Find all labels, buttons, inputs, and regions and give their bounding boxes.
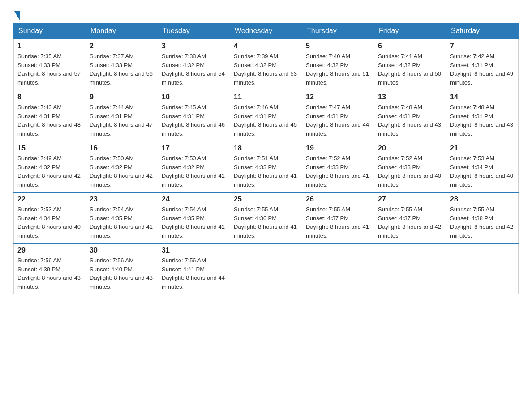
logo	[13, 11, 21, 18]
calendar-day-cell	[374, 243, 446, 294]
day-info: Sunrise: 7:46 AM Sunset: 4:31 PM Dayligh…	[234, 103, 298, 138]
day-number: 14	[450, 93, 515, 101]
logo-triangle-icon	[14, 11, 20, 20]
day-info: Sunrise: 7:55 AM Sunset: 4:37 PM Dayligh…	[306, 205, 370, 240]
day-number: 1	[17, 42, 82, 50]
day-number: 26	[306, 195, 370, 203]
calendar-week-row: 15 Sunrise: 7:49 AM Sunset: 4:32 PM Dayl…	[14, 141, 519, 192]
day-number: 11	[234, 93, 298, 101]
calendar-day-cell: 15 Sunrise: 7:49 AM Sunset: 4:32 PM Dayl…	[14, 141, 86, 192]
calendar-day-cell	[230, 243, 302, 294]
day-info: Sunrise: 7:55 AM Sunset: 4:38 PM Dayligh…	[450, 205, 515, 240]
day-info: Sunrise: 7:50 AM Sunset: 4:32 PM Dayligh…	[162, 154, 226, 189]
day-number: 28	[450, 195, 515, 203]
calendar-table: SundayMondayTuesdayWednesdayThursdayFrid…	[13, 23, 519, 294]
day-info: Sunrise: 7:39 AM Sunset: 4:32 PM Dayligh…	[234, 52, 298, 87]
calendar-day-cell: 28 Sunrise: 7:55 AM Sunset: 4:38 PM Dayl…	[446, 192, 519, 243]
calendar-day-cell: 18 Sunrise: 7:51 AM Sunset: 4:33 PM Dayl…	[230, 141, 302, 192]
day-info: Sunrise: 7:53 AM Sunset: 4:34 PM Dayligh…	[17, 205, 82, 240]
day-number: 21	[450, 144, 515, 152]
calendar-week-row: 29 Sunrise: 7:56 AM Sunset: 4:39 PM Dayl…	[14, 243, 519, 294]
calendar-day-cell: 29 Sunrise: 7:56 AM Sunset: 4:39 PM Dayl…	[14, 243, 86, 294]
day-info: Sunrise: 7:42 AM Sunset: 4:31 PM Dayligh…	[450, 52, 515, 87]
calendar-day-cell: 2 Sunrise: 7:37 AM Sunset: 4:33 PM Dayli…	[86, 39, 158, 90]
day-of-week-header: Thursday	[302, 23, 374, 39]
day-number: 30	[90, 246, 154, 254]
calendar-day-cell: 20 Sunrise: 7:52 AM Sunset: 4:33 PM Dayl…	[374, 141, 446, 192]
calendar-day-cell: 25 Sunrise: 7:55 AM Sunset: 4:36 PM Dayl…	[230, 192, 302, 243]
day-number: 16	[90, 144, 154, 152]
day-number: 27	[378, 195, 442, 203]
calendar-day-cell	[302, 243, 374, 294]
day-info: Sunrise: 7:37 AM Sunset: 4:33 PM Dayligh…	[90, 52, 154, 87]
day-info: Sunrise: 7:56 AM Sunset: 4:41 PM Dayligh…	[162, 256, 226, 291]
day-number: 2	[90, 42, 154, 50]
day-info: Sunrise: 7:49 AM Sunset: 4:32 PM Dayligh…	[17, 154, 82, 189]
day-info: Sunrise: 7:47 AM Sunset: 4:31 PM Dayligh…	[306, 103, 370, 138]
day-number: 22	[17, 195, 82, 203]
day-info: Sunrise: 7:56 AM Sunset: 4:39 PM Dayligh…	[17, 256, 82, 291]
day-info: Sunrise: 7:48 AM Sunset: 4:31 PM Dayligh…	[378, 103, 442, 138]
day-number: 19	[306, 144, 370, 152]
day-number: 17	[162, 144, 226, 152]
day-number: 8	[17, 93, 82, 101]
calendar-day-cell: 26 Sunrise: 7:55 AM Sunset: 4:37 PM Dayl…	[302, 192, 374, 243]
day-of-week-header: Tuesday	[158, 23, 230, 39]
calendar-week-row: 1 Sunrise: 7:35 AM Sunset: 4:33 PM Dayli…	[14, 39, 519, 90]
calendar-day-cell: 6 Sunrise: 7:41 AM Sunset: 4:32 PM Dayli…	[374, 39, 446, 90]
day-info: Sunrise: 7:55 AM Sunset: 4:36 PM Dayligh…	[234, 205, 298, 240]
day-number: 15	[17, 144, 82, 152]
day-info: Sunrise: 7:52 AM Sunset: 4:33 PM Dayligh…	[378, 154, 442, 189]
day-number: 31	[162, 246, 226, 254]
day-info: Sunrise: 7:38 AM Sunset: 4:32 PM Dayligh…	[162, 52, 226, 87]
day-info: Sunrise: 7:48 AM Sunset: 4:31 PM Dayligh…	[450, 103, 515, 138]
day-info: Sunrise: 7:35 AM Sunset: 4:33 PM Dayligh…	[17, 52, 82, 87]
day-number: 13	[378, 93, 442, 101]
calendar-day-cell: 1 Sunrise: 7:35 AM Sunset: 4:33 PM Dayli…	[14, 39, 86, 90]
day-of-week-header: Sunday	[14, 23, 86, 39]
calendar-week-row: 8 Sunrise: 7:43 AM Sunset: 4:31 PM Dayli…	[14, 90, 519, 141]
calendar-day-cell: 16 Sunrise: 7:50 AM Sunset: 4:32 PM Dayl…	[86, 141, 158, 192]
day-number: 23	[90, 195, 154, 203]
day-number: 18	[234, 144, 298, 152]
calendar-day-cell: 27 Sunrise: 7:55 AM Sunset: 4:37 PM Dayl…	[374, 192, 446, 243]
day-of-week-header: Wednesday	[230, 23, 302, 39]
page-header	[13, 9, 519, 18]
day-info: Sunrise: 7:55 AM Sunset: 4:37 PM Dayligh…	[378, 205, 442, 240]
day-number: 12	[306, 93, 370, 101]
calendar-day-cell: 23 Sunrise: 7:54 AM Sunset: 4:35 PM Dayl…	[86, 192, 158, 243]
calendar-day-cell: 30 Sunrise: 7:56 AM Sunset: 4:40 PM Dayl…	[86, 243, 158, 294]
day-of-week-header: Saturday	[446, 23, 519, 39]
calendar-day-cell: 10 Sunrise: 7:45 AM Sunset: 4:31 PM Dayl…	[158, 90, 230, 141]
calendar-day-cell: 12 Sunrise: 7:47 AM Sunset: 4:31 PM Dayl…	[302, 90, 374, 141]
day-number: 5	[306, 42, 370, 50]
day-number: 3	[162, 42, 226, 50]
calendar-day-cell	[446, 243, 519, 294]
calendar-day-cell: 22 Sunrise: 7:53 AM Sunset: 4:34 PM Dayl…	[14, 192, 86, 243]
calendar-day-cell: 7 Sunrise: 7:42 AM Sunset: 4:31 PM Dayli…	[446, 39, 519, 90]
day-info: Sunrise: 7:56 AM Sunset: 4:40 PM Dayligh…	[90, 256, 154, 291]
calendar-header-row: SundayMondayTuesdayWednesdayThursdayFrid…	[14, 23, 519, 39]
day-info: Sunrise: 7:51 AM Sunset: 4:33 PM Dayligh…	[234, 154, 298, 189]
calendar-week-row: 22 Sunrise: 7:53 AM Sunset: 4:34 PM Dayl…	[14, 192, 519, 243]
calendar-day-cell: 8 Sunrise: 7:43 AM Sunset: 4:31 PM Dayli…	[14, 90, 86, 141]
day-number: 29	[17, 246, 82, 254]
day-info: Sunrise: 7:44 AM Sunset: 4:31 PM Dayligh…	[90, 103, 154, 138]
calendar-day-cell: 9 Sunrise: 7:44 AM Sunset: 4:31 PM Dayli…	[86, 90, 158, 141]
day-number: 9	[90, 93, 154, 101]
day-number: 4	[234, 42, 298, 50]
calendar-day-cell: 19 Sunrise: 7:52 AM Sunset: 4:33 PM Dayl…	[302, 141, 374, 192]
day-number: 20	[378, 144, 442, 152]
day-info: Sunrise: 7:40 AM Sunset: 4:32 PM Dayligh…	[306, 52, 370, 87]
day-info: Sunrise: 7:50 AM Sunset: 4:32 PM Dayligh…	[90, 154, 154, 189]
day-info: Sunrise: 7:52 AM Sunset: 4:33 PM Dayligh…	[306, 154, 370, 189]
day-info: Sunrise: 7:54 AM Sunset: 4:35 PM Dayligh…	[90, 205, 154, 240]
day-number: 10	[162, 93, 226, 101]
day-info: Sunrise: 7:45 AM Sunset: 4:31 PM Dayligh…	[162, 103, 226, 138]
day-of-week-header: Friday	[374, 23, 446, 39]
day-info: Sunrise: 7:53 AM Sunset: 4:34 PM Dayligh…	[450, 154, 515, 189]
calendar-day-cell: 3 Sunrise: 7:38 AM Sunset: 4:32 PM Dayli…	[158, 39, 230, 90]
calendar-day-cell: 14 Sunrise: 7:48 AM Sunset: 4:31 PM Dayl…	[446, 90, 519, 141]
day-of-week-header: Monday	[86, 23, 158, 39]
calendar-day-cell: 4 Sunrise: 7:39 AM Sunset: 4:32 PM Dayli…	[230, 39, 302, 90]
